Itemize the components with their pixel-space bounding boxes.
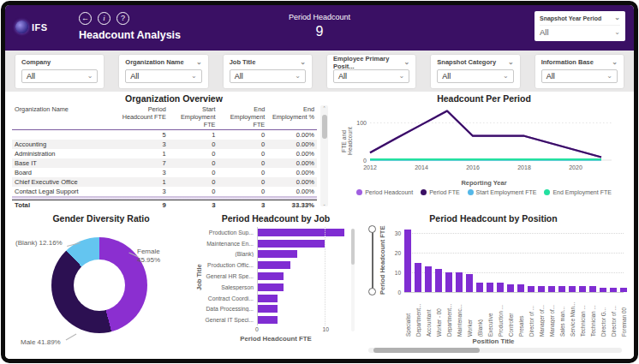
position-bar[interactable] [620,288,627,292]
filter-dropdown[interactable]: All⌄ [230,69,306,83]
job-bar[interactable] [257,261,290,269]
org-table-row[interactable]: Contact Legal Support3000.00% [12,187,317,196]
line-series[interactable] [370,111,601,158]
job-bar[interactable] [257,305,278,313]
scrollbar-thumb[interactable] [351,229,355,265]
chevron-down-icon[interactable]: ⌄ [191,73,197,80]
job-bar-row: Production Sup... [204,227,348,238]
scroll-up-icon[interactable]: ⌃ [320,105,328,110]
position-bar[interactable] [466,274,473,292]
org-table-title: Organization Overview [12,93,336,104]
filter-dropdown[interactable]: All⌄ [541,69,618,83]
legend-item[interactable]: Start Employment FTE [468,189,537,195]
job-bar[interactable] [257,283,284,291]
chevron-down-icon[interactable]: ⌄ [404,59,410,66]
filter-dropdown[interactable]: All⌄ [437,69,513,83]
scrollbar-thumb[interactable] [373,348,480,353]
job-chart-scrollbar[interactable] [351,229,355,331]
position-chart-x-axis-label: Position Title [360,337,627,345]
help-icon[interactable]: ? [116,12,129,25]
position-bar[interactable] [528,286,534,292]
filter-card[interactable]: Information Base⌄All⌄ [535,55,624,88]
job-bar-row: General HR Spe... [204,271,348,282]
position-bar[interactable] [404,230,411,292]
position-bar[interactable] [445,272,452,292]
filter-card[interactable]: Organization Name⌄All⌄ [119,55,207,88]
org-table-row[interactable]: Chief Executive Office1000.00% [12,177,317,187]
y-axis-zoom-slider[interactable] [367,225,379,295]
headcount-per-period-panel: Headcount Per Period FTE and Headcount 0… [341,93,627,210]
job-chart-y-axis-label: Job Title [195,248,203,307]
chevron-down-icon[interactable]: ⌄ [300,59,306,66]
chevron-down-icon[interactable]: ⌄ [612,59,618,66]
org-table-row[interactable]: Administration1000.00% [12,149,317,158]
position-chart-plot [404,225,624,292]
job-bar-track [257,283,348,291]
position-bar[interactable] [425,266,432,292]
chevron-down-icon[interactable]: ⌄ [87,73,93,80]
leader-line [66,334,77,341]
position-bar[interactable] [435,269,442,293]
org-table-body: 5100.00%Accounting3000.00%Administration… [12,130,317,200]
filter-dropdown[interactable]: All⌄ [125,69,201,83]
chevron-down-icon[interactable]: ⌄ [196,59,202,66]
info-icon[interactable]: i [98,12,110,25]
chevron-down-icon[interactable]: ⌄ [614,29,620,36]
org-table-row[interactable]: Board3000.00% [12,168,317,177]
position-bar[interactable] [538,286,545,292]
snapshot-year-period-slicer[interactable]: Snapshot Year Period ⌄ All ⌄ [534,11,625,41]
slider-handle-top[interactable] [368,225,376,233]
chevron-down-icon[interactable]: ⌄ [614,15,620,21]
donut-label-blank: (Blank) 12.16% [15,239,63,248]
position-chart-scrollbar[interactable] [368,348,622,353]
scroll-down-icon[interactable]: ⌄ [320,201,328,206]
filter-card[interactable]: Snapshot Category⌄All⌄ [431,55,519,88]
org-table-row[interactable]: Accounting3000.00% [12,140,317,149]
position-bar[interactable] [610,288,617,292]
org-table-row[interactable]: 5100.00% [12,130,317,140]
position-bar[interactable] [487,283,493,293]
position-bar[interactable] [579,286,586,292]
job-bar[interactable] [257,316,278,324]
position-bar[interactable] [456,272,463,292]
job-bar[interactable] [257,250,297,258]
chevron-down-icon[interactable]: ⌄ [295,73,301,80]
donut-hole [74,260,125,311]
position-bar-label: Service Man... [570,295,576,337]
position-bar[interactable] [558,286,565,292]
scrollbar-thumb[interactable] [322,115,327,139]
position-bar[interactable] [507,284,514,292]
org-table-row[interactable]: Base IT7000.00% [12,158,317,168]
slider-handle-bottom[interactable] [368,288,376,295]
donut-chart[interactable] [51,237,147,333]
job-bar[interactable] [257,295,278,302]
filter-card[interactable]: Employee Primary Posit...⌄All⌄ [327,55,415,88]
back-icon[interactable]: ← [79,12,92,25]
legend-item[interactable]: End Employment FTE [544,189,611,195]
position-bar[interactable] [548,286,555,292]
chevron-down-icon[interactable]: ⌄ [399,73,405,80]
position-bar[interactable] [569,286,576,292]
chevron-down-icon[interactable]: ⌄ [503,73,509,80]
filter-card[interactable]: CompanyAll⌄ [15,55,104,88]
job-bar[interactable] [257,272,284,280]
job-bar[interactable] [257,229,344,236]
legend-item[interactable]: Period Headcount [356,189,413,195]
filter-dropdown[interactable]: All⌄ [21,69,98,83]
position-bar[interactable] [600,288,606,292]
position-bar[interactable] [476,283,483,293]
filter-dropdown[interactable]: All⌄ [333,69,409,83]
position-bar[interactable] [589,286,596,292]
chevron-down-icon[interactable]: ⌄ [508,59,514,66]
filter-card[interactable]: Job Title⌄All⌄ [224,55,312,88]
line-chart-x-axis-label: Reporting Year [341,179,627,187]
position-bar[interactable] [497,283,504,293]
position-bar[interactable] [517,284,524,292]
legend-item[interactable]: Period FTE [421,189,459,195]
table-scrollbar[interactable]: ⌃ ⌄ [320,105,328,206]
job-bar[interactable] [257,240,325,248]
chevron-down-icon[interactable]: ⌄ [606,73,612,80]
donut-label-female: Female45.95% [137,248,160,264]
position-bar[interactable] [415,263,421,292]
line-chart-plot[interactable]: 010020122014201620182020 [349,104,620,179]
